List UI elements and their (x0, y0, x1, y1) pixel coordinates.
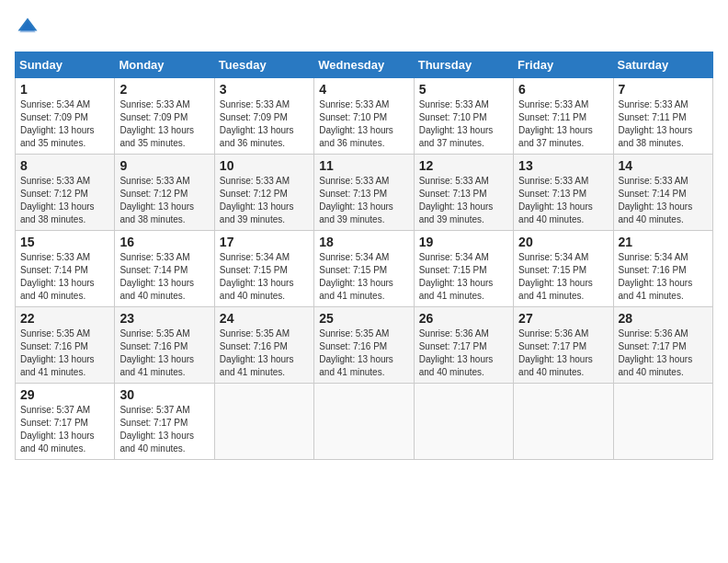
calendar-cell: 12 Sunrise: 5:33 AMSunset: 7:13 PMDaylig… (414, 155, 513, 231)
calendar-cell: 10 Sunrise: 5:33 AMSunset: 7:12 PMDaylig… (214, 155, 313, 231)
day-info: Sunrise: 5:33 AMSunset: 7:14 PMDaylight:… (619, 176, 693, 224)
day-info: Sunrise: 5:37 AMSunset: 7:17 PMDaylight:… (20, 405, 95, 454)
day-number: 18 (319, 235, 408, 249)
day-info: Sunrise: 5:35 AMSunset: 7:16 PMDaylight:… (220, 328, 294, 377)
calendar-cell (314, 384, 414, 460)
logo (15, 15, 44, 40)
day-number: 24 (220, 311, 309, 326)
day-number: 13 (518, 158, 608, 173)
calendar-cell: 15 Sunrise: 5:33 AMSunset: 7:14 PMDaylig… (16, 231, 115, 307)
day-info: Sunrise: 5:35 AMSunset: 7:16 PMDaylight:… (20, 328, 95, 377)
day-number: 23 (119, 311, 209, 326)
calendar-cell: 1 Sunrise: 5:34 AMSunset: 7:09 PMDayligh… (16, 78, 115, 155)
calendar-cell: 27 Sunrise: 5:36 AMSunset: 7:17 PMDaylig… (514, 307, 613, 384)
day-number: 5 (419, 82, 508, 97)
header-sunday: Sunday (16, 52, 115, 78)
header-monday: Monday (115, 52, 214, 78)
day-info: Sunrise: 5:33 AMSunset: 7:12 PMDaylight:… (20, 176, 95, 224)
day-info: Sunrise: 5:33 AMSunset: 7:12 PMDaylight:… (220, 176, 294, 224)
calendar-cell: 3 Sunrise: 5:33 AMSunset: 7:09 PMDayligh… (214, 78, 313, 155)
calendar-cell: 4 Sunrise: 5:33 AMSunset: 7:10 PMDayligh… (314, 78, 414, 155)
week-row-2: 8 Sunrise: 5:33 AMSunset: 7:12 PMDayligh… (16, 155, 713, 231)
calendar-cell: 19 Sunrise: 5:34 AMSunset: 7:15 PMDaylig… (414, 231, 513, 307)
calendar-cell (613, 384, 712, 460)
day-info: Sunrise: 5:34 AMSunset: 7:15 PMDaylight:… (319, 252, 393, 301)
header-friday: Friday (514, 52, 613, 78)
calendar-cell: 29 Sunrise: 5:37 AMSunset: 7:17 PMDaylig… (16, 384, 115, 460)
day-info: Sunrise: 5:33 AMSunset: 7:11 PMDaylight:… (619, 99, 693, 148)
day-info: Sunrise: 5:33 AMSunset: 7:12 PMDaylight:… (119, 176, 194, 224)
calendar-cell: 2 Sunrise: 5:33 AMSunset: 7:09 PMDayligh… (115, 78, 214, 155)
week-row-5: 29 Sunrise: 5:37 AMSunset: 7:17 PMDaylig… (16, 384, 713, 460)
day-info: Sunrise: 5:35 AMSunset: 7:16 PMDaylight:… (319, 328, 393, 377)
calendar-body: 1 Sunrise: 5:34 AMSunset: 7:09 PMDayligh… (16, 78, 713, 460)
day-number: 27 (518, 311, 608, 326)
day-number: 28 (619, 311, 708, 326)
day-info: Sunrise: 5:33 AMSunset: 7:13 PMDaylight:… (319, 176, 393, 224)
calendar-cell: 21 Sunrise: 5:34 AMSunset: 7:16 PMDaylig… (613, 231, 712, 307)
day-info: Sunrise: 5:36 AMSunset: 7:17 PMDaylight:… (419, 328, 494, 377)
calendar-cell: 26 Sunrise: 5:36 AMSunset: 7:17 PMDaylig… (414, 307, 513, 384)
day-info: Sunrise: 5:34 AMSunset: 7:15 PMDaylight:… (220, 252, 294, 301)
day-number: 22 (20, 311, 109, 326)
day-number: 29 (20, 387, 109, 402)
day-info: Sunrise: 5:34 AMSunset: 7:15 PMDaylight:… (518, 252, 593, 301)
day-info: Sunrise: 5:33 AMSunset: 7:09 PMDaylight:… (119, 99, 194, 148)
calendar-cell: 22 Sunrise: 5:35 AMSunset: 7:16 PMDaylig… (16, 307, 115, 384)
day-number: 7 (619, 82, 708, 97)
week-row-3: 15 Sunrise: 5:33 AMSunset: 7:14 PMDaylig… (16, 231, 713, 307)
page-header (15, 15, 713, 40)
header-tuesday: Tuesday (214, 52, 313, 78)
calendar-cell: 8 Sunrise: 5:33 AMSunset: 7:12 PMDayligh… (16, 155, 115, 231)
calendar-cell: 14 Sunrise: 5:33 AMSunset: 7:14 PMDaylig… (613, 155, 712, 231)
calendar-cell: 16 Sunrise: 5:33 AMSunset: 7:14 PMDaylig… (115, 231, 214, 307)
calendar-cell (414, 384, 513, 460)
day-number: 10 (220, 158, 309, 173)
day-number: 26 (419, 311, 508, 326)
week-row-4: 22 Sunrise: 5:35 AMSunset: 7:16 PMDaylig… (16, 307, 713, 384)
calendar-header-row: SundayMondayTuesdayWednesdayThursdayFrid… (16, 52, 713, 78)
header-saturday: Saturday (613, 52, 712, 78)
day-number: 9 (119, 158, 209, 173)
day-info: Sunrise: 5:36 AMSunset: 7:17 PMDaylight:… (518, 328, 593, 377)
day-info: Sunrise: 5:36 AMSunset: 7:17 PMDaylight:… (619, 328, 693, 377)
day-number: 3 (220, 82, 309, 97)
day-number: 21 (619, 235, 708, 249)
calendar-cell: 18 Sunrise: 5:34 AMSunset: 7:15 PMDaylig… (314, 231, 414, 307)
day-info: Sunrise: 5:33 AMSunset: 7:13 PMDaylight:… (419, 176, 494, 224)
day-number: 11 (319, 158, 408, 173)
calendar-cell: 20 Sunrise: 5:34 AMSunset: 7:15 PMDaylig… (514, 231, 613, 307)
calendar-cell (514, 384, 613, 460)
day-number: 2 (119, 82, 209, 97)
day-info: Sunrise: 5:35 AMSunset: 7:16 PMDaylight:… (119, 328, 194, 377)
calendar-cell: 7 Sunrise: 5:33 AMSunset: 7:11 PMDayligh… (613, 78, 712, 155)
day-info: Sunrise: 5:33 AMSunset: 7:14 PMDaylight:… (119, 252, 194, 301)
day-info: Sunrise: 5:37 AMSunset: 7:17 PMDaylight:… (119, 405, 194, 454)
calendar-cell: 28 Sunrise: 5:36 AMSunset: 7:17 PMDaylig… (613, 307, 712, 384)
calendar-cell: 6 Sunrise: 5:33 AMSunset: 7:11 PMDayligh… (514, 78, 613, 155)
day-number: 12 (419, 158, 508, 173)
week-row-1: 1 Sunrise: 5:34 AMSunset: 7:09 PMDayligh… (16, 78, 713, 155)
calendar-cell: 24 Sunrise: 5:35 AMSunset: 7:16 PMDaylig… (214, 307, 313, 384)
calendar-table: SundayMondayTuesdayWednesdayThursdayFrid… (15, 52, 713, 460)
day-info: Sunrise: 5:33 AMSunset: 7:14 PMDaylight:… (20, 252, 95, 301)
calendar-cell: 5 Sunrise: 5:33 AMSunset: 7:10 PMDayligh… (414, 78, 513, 155)
day-number: 16 (119, 235, 209, 249)
header-thursday: Thursday (414, 52, 513, 78)
day-number: 6 (518, 82, 608, 97)
header-wednesday: Wednesday (314, 52, 414, 78)
day-info: Sunrise: 5:33 AMSunset: 7:11 PMDaylight:… (518, 99, 593, 148)
calendar-cell: 25 Sunrise: 5:35 AMSunset: 7:16 PMDaylig… (314, 307, 414, 384)
logo-icon (15, 15, 40, 40)
calendar-cell (214, 384, 313, 460)
day-number: 17 (220, 235, 309, 249)
calendar-cell: 23 Sunrise: 5:35 AMSunset: 7:16 PMDaylig… (115, 307, 214, 384)
day-info: Sunrise: 5:33 AMSunset: 7:10 PMDaylight:… (319, 99, 393, 148)
day-info: Sunrise: 5:34 AMSunset: 7:15 PMDaylight:… (419, 252, 494, 301)
day-number: 25 (319, 311, 408, 326)
day-number: 4 (319, 82, 408, 97)
day-info: Sunrise: 5:33 AMSunset: 7:10 PMDaylight:… (419, 99, 494, 148)
day-number: 1 (20, 82, 109, 97)
calendar-cell: 9 Sunrise: 5:33 AMSunset: 7:12 PMDayligh… (115, 155, 214, 231)
day-number: 19 (419, 235, 508, 249)
